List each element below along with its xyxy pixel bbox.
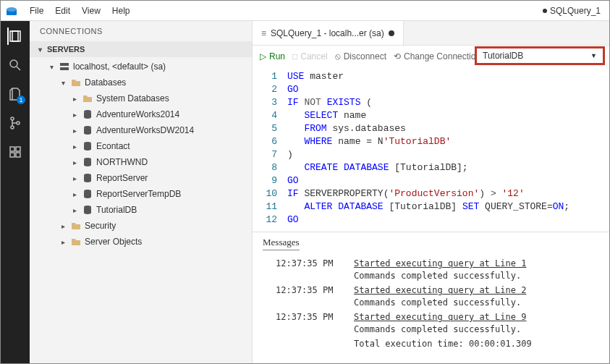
- selected-db-label: TutorialDB: [483, 51, 523, 61]
- activity-search-icon[interactable]: [7, 57, 23, 73]
- explorer-badge: 1: [17, 96, 25, 104]
- change-connection-button[interactable]: ⟲Change Connection: [394, 51, 480, 62]
- chevron-right-icon: ▸: [70, 206, 79, 214]
- database-node[interactable]: ▸AdventureWorksDW2014: [30, 122, 252, 138]
- messages-header: Messages: [263, 237, 300, 250]
- databases-group[interactable]: ▾ Databases: [30, 75, 252, 90]
- title-filename: SQLQuery_1: [550, 6, 601, 16]
- database-icon: [82, 156, 93, 168]
- database-node[interactable]: ▸ReportServerTempDB: [30, 186, 252, 202]
- cancel-button[interactable]: □Cancel: [292, 51, 328, 62]
- activity-servers-icon[interactable]: [7, 28, 23, 44]
- activity-source-control-icon[interactable]: [7, 115, 23, 131]
- svg-point-1: [7, 7, 17, 12]
- server-objects-group[interactable]: ▸ Server Objects: [30, 234, 252, 250]
- disconnect-button[interactable]: ⦸Disconnect: [335, 51, 386, 62]
- chevron-right-icon: ▸: [70, 174, 79, 182]
- message-row: 12:37:35 PMStarted executing query at Li…: [276, 312, 599, 322]
- menu-view[interactable]: View: [76, 4, 106, 18]
- svg-rect-11: [10, 153, 14, 157]
- msg-detail: Commands completed successfully.: [354, 271, 599, 281]
- database-icon: [82, 109, 93, 120]
- svg-rect-3: [12, 31, 18, 41]
- editor-area: ≡ SQLQuery_1 - localh...er (sa) ▷Run □Ca…: [253, 21, 609, 363]
- msg-detail: Commands completed successfully.: [354, 324, 599, 334]
- database-node[interactable]: ▸TutorialDB: [30, 202, 252, 218]
- msg-link[interactable]: Started executing query at Line 1: [354, 258, 526, 268]
- db-label: ReportServerTempDB: [96, 189, 181, 199]
- msg-link[interactable]: Started executing query at Line 9: [354, 312, 526, 322]
- database-node[interactable]: ▸NORTHWND: [30, 154, 252, 170]
- menu-file[interactable]: File: [24, 4, 49, 18]
- chevron-right-icon: ▸: [70, 111, 79, 119]
- security-group[interactable]: ▸ Security: [30, 218, 252, 234]
- svg-point-6: [11, 117, 14, 120]
- file-icon: ≡: [261, 28, 266, 38]
- dropdown-arrow-icon: ▼: [590, 52, 597, 59]
- database-selector[interactable]: TutorialDB ▼: [475, 46, 605, 65]
- stop-icon: □: [292, 51, 297, 62]
- chevron-right-icon: ▸: [70, 190, 79, 198]
- msg-time: 12:37:35 PM: [276, 258, 341, 268]
- svg-point-19: [84, 174, 91, 177]
- server-node[interactable]: ▾ localhost, <default> (sa): [30, 59, 252, 75]
- sidebar: CONNECTIONS ▾ SERVERS ▾ localhost, <defa…: [30, 21, 253, 363]
- svg-rect-12: [16, 153, 20, 157]
- database-icon: [82, 204, 93, 216]
- svg-point-7: [11, 126, 14, 129]
- messages-panel: Messages 12:37:35 PMStarted executing qu…: [253, 232, 609, 363]
- sidebar-title: CONNECTIONS: [30, 21, 252, 41]
- svg-rect-2: [10, 31, 20, 41]
- database-node[interactable]: ▸AdventureWorks2014: [30, 106, 252, 122]
- query-toolbar: ▷Run □Cancel ⦸Disconnect ⟲Change Connect…: [253, 46, 609, 67]
- svg-point-20: [84, 190, 91, 192]
- menu-edit[interactable]: Edit: [49, 4, 76, 18]
- server-icon: [59, 61, 70, 72]
- svg-point-15: [84, 110, 91, 113]
- database-icon: [82, 188, 93, 200]
- db-label: TutorialDB: [96, 205, 137, 215]
- svg-rect-13: [60, 63, 69, 66]
- sidebar-section-servers[interactable]: ▾ SERVERS: [30, 41, 252, 57]
- activity-extensions-icon[interactable]: [7, 144, 23, 160]
- activity-bar: 1: [1, 21, 30, 363]
- db-label: AdventureWorks2014: [96, 109, 179, 119]
- msg-detail: Commands completed successfully.: [354, 297, 599, 308]
- svg-point-21: [84, 206, 91, 208]
- database-node[interactable]: ▸ReportServer: [30, 170, 252, 186]
- db-label: System Databases: [96, 93, 169, 103]
- code-editor[interactable]: 123456789101112 USE masterGOIF NOT EXIST…: [253, 67, 609, 232]
- activity-explorer-icon[interactable]: 1: [7, 86, 23, 102]
- group-label: Databases: [85, 77, 126, 88]
- app-brand-icon: [5, 4, 18, 17]
- database-node[interactable]: ▸System Databases: [30, 90, 252, 106]
- db-label: AdventureWorksDW2014: [96, 125, 194, 135]
- msg-link[interactable]: Started executing query at Line 2: [354, 285, 526, 295]
- db-label: NORTHWND: [96, 157, 148, 167]
- title-right: SQLQuery_1: [543, 6, 605, 16]
- database-icon: [82, 140, 93, 152]
- msg-time: 12:37:35 PM: [276, 312, 341, 322]
- line-gutter: 123456789101112: [253, 70, 287, 232]
- menu-help[interactable]: Help: [106, 4, 136, 18]
- folder-icon: [70, 220, 82, 232]
- svg-line-5: [17, 67, 20, 70]
- msg-time: 12:37:35 PM: [276, 285, 341, 295]
- message-row: 12:37:35 PMStarted executing query at Li…: [276, 285, 599, 295]
- run-button[interactable]: ▷Run: [260, 51, 285, 62]
- swap-icon: ⟲: [394, 51, 401, 62]
- db-label: Econtact: [96, 141, 130, 151]
- tab-bar: ≡ SQLQuery_1 - localh...er (sa): [253, 21, 609, 46]
- svg-point-17: [84, 142, 91, 145]
- chevron-down-icon: ▾: [59, 79, 67, 87]
- svg-rect-14: [60, 67, 69, 70]
- code-content[interactable]: USE masterGOIF NOT EXISTS ( SELECT name …: [287, 70, 609, 232]
- chevron-right-icon: ▸: [70, 158, 79, 166]
- chevron-right-icon: ▸: [70, 143, 79, 151]
- section-label: SERVERS: [47, 45, 85, 54]
- svg-point-8: [17, 122, 20, 124]
- database-node[interactable]: ▸Econtact: [30, 138, 252, 154]
- svg-point-18: [84, 158, 91, 161]
- editor-tab[interactable]: ≡ SQLQuery_1 - localh...er (sa): [253, 21, 404, 45]
- database-icon: [82, 172, 93, 184]
